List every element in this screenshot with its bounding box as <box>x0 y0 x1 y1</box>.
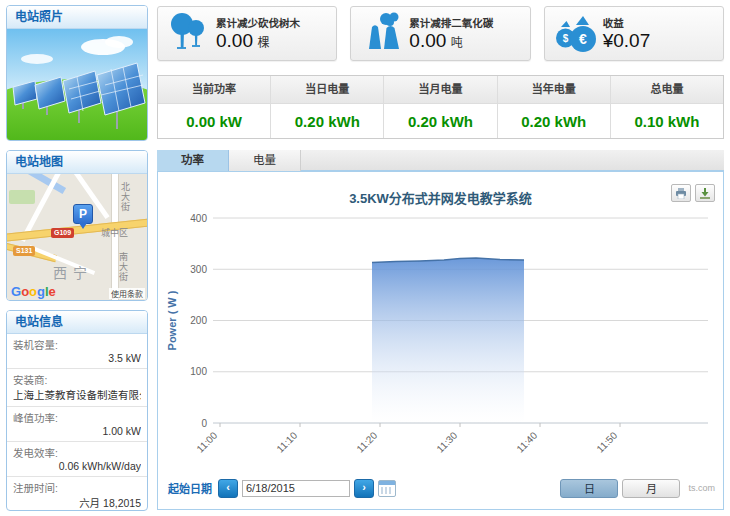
stat-daily-energy: 当日电量 0.20 kWh <box>271 76 384 138</box>
road-badge-s131: S131 <box>13 246 35 256</box>
tab-power[interactable]: 功率 <box>157 150 229 171</box>
station-map-panel: 电站地图 G109 S131 P 城中区 北大街 南大街 西宁 Google 使… <box>6 150 148 301</box>
eco-label: 收益 <box>603 15 717 30</box>
svg-text:11:00: 11:00 <box>194 429 219 454</box>
eco-box-trees: 累计减少砍伐树木 0.00 棵 <box>157 6 337 61</box>
info-value: 3.5 kW <box>13 352 141 364</box>
range-toggle-group: 日 月 ts.com <box>560 479 715 498</box>
power-chart-panel: 3.5KW分布式并网发电教学系统 <box>157 171 724 510</box>
calendar-icon-header <box>379 481 395 485</box>
info-row-peak-power: 峰值功率: 1.00 kW <box>7 407 147 442</box>
svg-text:300: 300 <box>190 264 207 275</box>
station-info-panel: 电站信息 装机容量: 3.5 kW 安装商: 上海上菱教育设备制造有限公司 峰值… <box>6 310 148 511</box>
map-label-north-street: 北大街 <box>119 182 132 212</box>
chart-title: 3.5KW分布式并网发电教学系统 <box>158 188 723 207</box>
eco-unit: 棵 <box>257 36 269 50</box>
eco-stats-row: 累计减少砍伐树木 0.00 棵 累计减排二氧化碳 0.00 吨 <box>157 6 724 61</box>
calendar-icon-grid <box>381 487 393 494</box>
info-label: 安装商: <box>13 372 141 387</box>
eco-box-co2: 累计减排二氧化碳 0.00 吨 <box>350 6 530 61</box>
dashboard: 电站照片 <box>0 0 730 516</box>
info-label: 峰值功率: <box>13 410 141 425</box>
svg-text:$: $ <box>562 33 568 44</box>
info-row-installer: 安装商: 上海上菱教育设备制造有限公司 <box>7 369 147 407</box>
info-value: 0.06 kWh/kW/day <box>13 460 141 472</box>
info-row-registered: 注册时间: 六月 18,2015 <box>7 477 147 511</box>
station-photo-panel: 电站照片 <box>6 5 148 141</box>
chart-export-buttons <box>671 184 715 202</box>
info-value: 1.00 kW <box>13 425 141 437</box>
month-range-button[interactable]: 月 <box>622 479 680 498</box>
trees-icon <box>164 11 216 57</box>
stat-value: 0.00 kW <box>158 104 270 138</box>
stat-total-energy: 总电量 0.10 kWh <box>611 76 723 138</box>
power-area-chart[interactable]: 010020030040011:0011:1011:2011:3011:4011… <box>164 206 720 468</box>
stat-header: 当月电量 <box>384 76 496 104</box>
eco-label: 累计减排二氧化碳 <box>409 15 523 30</box>
eco-box-revenue: $ € 收益 ¥0.07 <box>544 6 724 61</box>
svg-text:€: € <box>579 31 587 47</box>
map-label-south-street: 南大街 <box>117 252 130 282</box>
eco-label: 累计减少砍伐树木 <box>216 15 330 30</box>
svg-text:100: 100 <box>190 366 207 377</box>
money-bags-icon: $ € <box>551 11 603 57</box>
printer-icon <box>675 188 687 199</box>
stat-header: 总电量 <box>611 76 723 104</box>
road-badge-g109: G109 <box>51 228 74 238</box>
svg-text:400: 400 <box>190 213 207 224</box>
info-label: 装机容量: <box>13 337 141 352</box>
export-chart-button[interactable] <box>695 184 715 202</box>
station-photo-title: 电站照片 <box>7 6 147 29</box>
stat-header: 当前功率 <box>158 76 270 104</box>
download-icon <box>699 188 711 199</box>
info-row-capacity: 装机容量: 3.5 kW <box>7 334 147 369</box>
eco-value: ¥0.07 <box>603 30 651 51</box>
eco-value: 0.00 <box>409 30 446 51</box>
info-value: 上海上菱教育设备制造有限公司 <box>13 387 141 402</box>
stat-yearly-energy: 当年电量 0.20 kWh <box>498 76 611 138</box>
start-date-label: 起始日期 <box>168 480 212 496</box>
svg-text:11:10: 11:10 <box>274 429 299 454</box>
stat-header: 当日电量 <box>271 76 383 104</box>
info-label: 发电效率: <box>13 445 141 460</box>
stat-value: 0.20 kWh <box>384 104 496 138</box>
stat-value: 0.20 kWh <box>271 104 383 138</box>
chart-controls: 起始日期 ‹ › 日 月 ts.com <box>168 477 715 499</box>
solar-panels-photo <box>7 29 147 141</box>
tab-energy[interactable]: 电量 <box>229 150 301 171</box>
stat-monthly-energy: 当月电量 0.20 kWh <box>384 76 497 138</box>
map-terms-link[interactable]: 使用条款 <box>109 288 145 299</box>
stat-header: 当年电量 <box>498 76 610 104</box>
svg-text:11:40: 11:40 <box>514 429 539 454</box>
station-map-title: 电站地图 <box>7 151 147 174</box>
stat-current-power: 当前功率 0.00 kW <box>158 76 271 138</box>
date-picker-group: 起始日期 ‹ › <box>168 479 396 498</box>
day-range-button[interactable]: 日 <box>560 479 618 498</box>
eco-unit: 吨 <box>451 36 463 50</box>
prev-date-button[interactable]: ‹ <box>218 479 238 498</box>
svg-text:11:20: 11:20 <box>354 429 379 454</box>
svg-text:200: 200 <box>190 315 207 326</box>
google-logo: Google <box>11 284 56 299</box>
svg-text:11:30: 11:30 <box>434 429 459 454</box>
energy-stats-bar: 当前功率 0.00 kW 当日电量 0.20 kWh 当月电量 0.20 kWh… <box>157 75 724 139</box>
chart-tabs: 功率 电量 <box>157 150 724 171</box>
next-date-button[interactable]: › <box>354 479 374 498</box>
print-chart-button[interactable] <box>671 184 691 202</box>
date-input[interactable] <box>242 480 350 497</box>
station-info-title: 电站信息 <box>7 311 147 334</box>
svg-text:Power ( W ): Power ( W ) <box>166 290 178 350</box>
station-info-list: 装机容量: 3.5 kW 安装商: 上海上菱教育设备制造有限公司 峰值功率: 1… <box>7 334 147 511</box>
calendar-icon[interactable] <box>378 480 396 497</box>
svg-text:0: 0 <box>201 418 207 429</box>
info-label: 注册时间: <box>13 480 141 495</box>
map-marker-p[interactable]: P <box>73 204 93 224</box>
svg-text:11:50: 11:50 <box>594 429 619 454</box>
map-park <box>9 190 35 204</box>
google-map[interactable]: G109 S131 P 城中区 北大街 南大街 西宁 Google 使用条款 <box>7 174 147 301</box>
info-value: 六月 18,2015 <box>13 495 141 510</box>
stat-value: 0.20 kWh <box>498 104 610 138</box>
map-label-district: 城中区 <box>101 226 128 239</box>
map-label-city: 西宁 <box>53 262 93 282</box>
eco-value: 0.00 <box>216 30 253 51</box>
